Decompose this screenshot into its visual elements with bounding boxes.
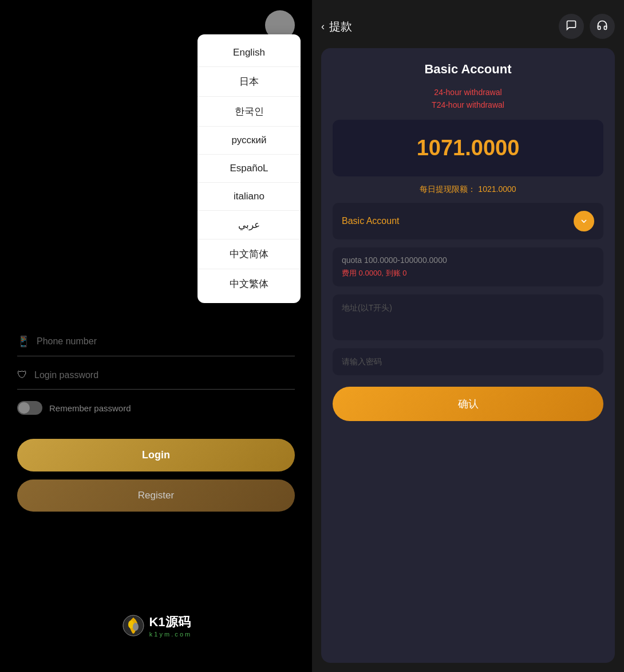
right-panel: ‹ 提款 <box>312 0 624 672</box>
svg-point-2 <box>132 623 138 631</box>
password-input[interactable] <box>34 370 295 380</box>
header-icons <box>559 14 615 39</box>
chat-icon <box>566 19 577 34</box>
lang-item-es[interactable]: EspañoL <box>198 155 301 183</box>
amount-value: 1071.0000 <box>344 136 592 160</box>
password-placeholder: 请输入密码 <box>342 357 382 366</box>
confirm-button[interactable]: 确认 <box>333 387 603 421</box>
password-input-box[interactable]: 请输入密码 <box>333 348 603 375</box>
phone-input[interactable] <box>37 336 295 347</box>
watermark-url: k 1 y m . c o m <box>149 631 190 638</box>
remember-label: Remember password <box>49 403 131 413</box>
watermark-text: K1源码 k 1 y m . c o m <box>149 614 190 638</box>
lang-item-en[interactable]: English <box>198 39 301 67</box>
lang-item-ru[interactable]: русский <box>198 127 301 155</box>
card-subtitle: 24-hour withdrawal T24-hour withdrawal <box>333 86 603 112</box>
address-input-box[interactable]: 地址(以T开头) <box>333 294 603 340</box>
login-button[interactable]: Login <box>17 439 295 471</box>
watermark-title: K1源码 <box>149 614 190 631</box>
subtitle-line2: T24-hour withdrawal <box>333 99 603 111</box>
left-panel: English 日本 한국인 русский EspañoL italiano … <box>0 0 312 672</box>
remember-row: Remember password <box>17 394 295 422</box>
headset-icon <box>597 19 608 34</box>
support-button[interactable] <box>590 14 615 39</box>
watermark-suffix: 源码 <box>165 615 191 629</box>
lang-item-ko[interactable]: 한국인 <box>198 97 301 127</box>
watermark: K1源码 k 1 y m . c o m <box>121 614 190 638</box>
daily-limit-value: 1021.0000 <box>478 184 516 194</box>
card-title: Basic Account <box>333 62 603 77</box>
quota-box: quota 100.0000-100000.0000 费用 0.0000, 到账… <box>333 247 603 286</box>
language-dropdown: English 日本 한국인 русский EspañoL italiano … <box>198 34 301 303</box>
account-select-row[interactable]: Basic Account <box>333 203 603 239</box>
lock-icon: 🛡 <box>17 369 27 381</box>
back-button[interactable]: ‹ 提款 <box>321 19 352 34</box>
amount-box: 1071.0000 <box>333 120 603 176</box>
toggle-thumb <box>18 402 30 414</box>
withdrawal-card: Basic Account 24-hour withdrawal T24-hou… <box>321 48 615 663</box>
address-placeholder: 地址(以T开头) <box>342 303 392 312</box>
remember-toggle[interactable] <box>17 401 42 415</box>
phone-input-row: 📱 <box>17 327 295 356</box>
account-type-label: Basic Account <box>342 216 400 226</box>
chat-button[interactable] <box>559 14 584 39</box>
dropdown-arrow-icon[interactable] <box>574 211 594 231</box>
login-form: 📱 🛡 Remember password Login Register <box>0 327 312 512</box>
lang-item-it[interactable]: italiano <box>198 183 301 211</box>
password-input-row: 🛡 <box>17 361 295 390</box>
right-header: ‹ 提款 <box>321 9 615 48</box>
register-button[interactable]: Register <box>17 480 295 512</box>
watermark-k1: K1 <box>149 615 165 629</box>
lang-item-ja[interactable]: 日本 <box>198 67 301 97</box>
phone-icon: 📱 <box>17 335 30 348</box>
lang-item-ar[interactable]: عربي <box>198 211 301 239</box>
daily-limit-label: 每日提现限额： <box>420 184 476 194</box>
lang-item-zh-hant[interactable]: 中文繁体 <box>198 269 301 298</box>
quota-text: quota 100.0000-100000.0000 <box>342 256 594 265</box>
back-chevron-icon: ‹ <box>321 21 325 33</box>
page-title: 提款 <box>329 19 352 34</box>
lang-item-zh-hans[interactable]: 中文简体 <box>198 239 301 269</box>
daily-limit: 每日提现限额： 1021.0000 <box>333 184 603 195</box>
fee-text: 费用 0.0000, 到账 0 <box>342 268 594 278</box>
subtitle-line1: 24-hour withdrawal <box>333 86 603 99</box>
watermark-logo-icon <box>121 614 144 637</box>
